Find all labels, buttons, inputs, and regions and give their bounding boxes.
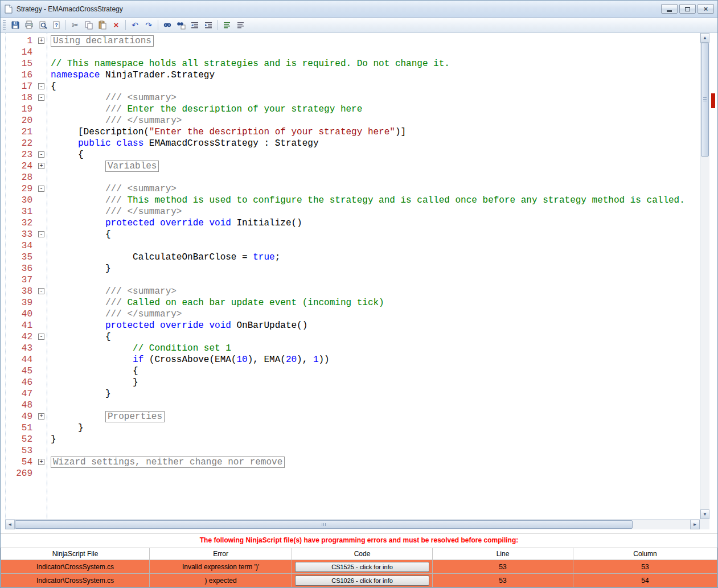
collapse-region-icon[interactable]: -	[38, 334, 44, 340]
code-line[interactable]: 19 /// Enter the description of your str…	[1, 104, 700, 115]
error-row[interactable]: Indicator\CrossSystem.csInvalid expressi…	[1, 560, 717, 574]
copy-icon[interactable]	[83, 19, 95, 31]
vertical-scrollbar[interactable]: ▲ ▼	[700, 33, 709, 519]
collapse-region-icon[interactable]: -	[38, 186, 44, 192]
expand-region-icon[interactable]: +	[38, 163, 44, 169]
undo-icon[interactable]: ↶	[129, 19, 141, 31]
fold-gutter[interactable]: -	[37, 92, 47, 104]
code-line[interactable]: 41 protected override void OnBarUpdate()	[1, 320, 700, 331]
horizontal-scrollbar-thumb[interactable]	[15, 520, 633, 529]
error-code-button[interactable]: CS1026 - click for info	[295, 575, 429, 586]
scroll-up-button[interactable]: ▲	[700, 33, 709, 43]
fold-gutter[interactable]: +	[37, 457, 47, 468]
code-line[interactable]: 14	[1, 47, 700, 58]
minimize-button[interactable]	[661, 4, 678, 14]
code-line[interactable]: 38- /// <summary>	[1, 286, 700, 297]
code-line[interactable]: 18- /// <summary>	[1, 92, 700, 104]
comment-icon[interactable]	[221, 19, 233, 31]
error-code-button[interactable]: CS1525 - click for info	[295, 562, 429, 572]
outdent-icon[interactable]	[188, 19, 201, 31]
code-line[interactable]: 43 // Condition set 1	[1, 343, 700, 354]
code-line[interactable]: 45 {	[1, 365, 700, 377]
uncomment-icon[interactable]	[235, 19, 247, 31]
code-line[interactable]: 15// This namespace holds all strategies…	[1, 58, 700, 69]
code-line[interactable]: 39 /// Called on each bar update event (…	[1, 297, 700, 309]
save-icon[interactable]	[9, 19, 22, 31]
code-line[interactable]: 51 }	[1, 422, 700, 434]
print-icon[interactable]	[23, 19, 35, 31]
scroll-left-button[interactable]: ◄	[5, 520, 15, 529]
code-line[interactable]: 34	[1, 240, 700, 252]
code-line[interactable]: 54+Wizard settings, neither change nor r…	[1, 457, 700, 468]
fold-gutter[interactable]: -	[37, 286, 47, 297]
vertical-scrollbar-thumb[interactable]	[701, 43, 709, 157]
code-line[interactable]: 23- {	[1, 149, 700, 161]
code-line[interactable]: 52}	[1, 434, 700, 445]
scroll-down-button[interactable]: ▼	[700, 509, 709, 519]
collapsed-region[interactable]: Wizard settings, neither change nor remo…	[51, 457, 285, 468]
maximize-button[interactable]	[679, 4, 696, 14]
collapsed-region[interactable]: Variables	[105, 161, 159, 172]
fold-gutter[interactable]: -	[37, 183, 47, 195]
scroll-right-button[interactable]: ►	[690, 520, 700, 529]
code-line[interactable]: 24+ Variables	[1, 161, 700, 172]
fold-gutter[interactable]: +	[37, 35, 47, 47]
error-row[interactable]: Indicator\CrossSystem.cs) expectedCS1026…	[1, 574, 717, 587]
code-line[interactable]: 33- {	[1, 229, 700, 240]
code-line[interactable]: 44 if (CrossAbove(EMA(10), EMA(20), 1))	[1, 354, 700, 365]
cut-icon[interactable]: ✂	[69, 19, 81, 31]
code-line[interactable]: 30 /// This method is used to configure …	[1, 195, 700, 206]
collapse-region-icon[interactable]: -	[38, 151, 44, 158]
close-button[interactable]: ×	[698, 4, 714, 14]
code-line[interactable]: 48	[1, 400, 700, 411]
code-line[interactable]: 40 /// </summary>	[1, 309, 700, 320]
fold-gutter[interactable]: -	[37, 229, 47, 240]
fold-gutter[interactable]: +	[37, 161, 47, 172]
code-line[interactable]: 36 }	[1, 263, 700, 274]
delete-icon[interactable]: ×	[110, 19, 122, 31]
redo-icon[interactable]: ↷	[142, 19, 155, 31]
window-icon	[4, 5, 13, 14]
fold-gutter[interactable]: +	[37, 411, 47, 422]
indent-icon[interactable]	[202, 19, 215, 31]
code-line[interactable]: 37	[1, 274, 700, 286]
fold-gutter[interactable]: -	[37, 331, 47, 343]
code-editor[interactable]: 1+Using declarations1415// This namespac…	[1, 33, 700, 519]
code-line[interactable]: 29- /// <summary>	[1, 183, 700, 195]
code-line[interactable]: 53	[1, 445, 700, 457]
code-line[interactable]: 21 [Description("Enter the description o…	[1, 126, 700, 138]
code-line[interactable]: 35 CalculateOnBarClose = true;	[1, 252, 700, 263]
code-line[interactable]: 32 protected override void Initialize()	[1, 217, 700, 229]
code-line[interactable]: 20 /// </summary>	[1, 115, 700, 126]
code-line[interactable]: 42- {	[1, 331, 700, 343]
code-line[interactable]: 17-{	[1, 81, 700, 92]
code-line[interactable]: 22 public class EMAmacdCrossStrategy : S…	[1, 138, 700, 149]
collapsed-region[interactable]: Using declarations	[51, 35, 154, 47]
page-setup-icon[interactable]: ?	[50, 19, 63, 31]
replace-icon[interactable]	[175, 19, 187, 31]
collapsed-region[interactable]: Properties	[105, 411, 165, 422]
expand-region-icon[interactable]: +	[38, 413, 44, 420]
fold-gutter[interactable]: -	[37, 81, 47, 92]
code-line[interactable]: 28	[1, 172, 700, 183]
collapse-region-icon[interactable]: -	[38, 83, 44, 89]
code-line[interactable]: 269	[1, 468, 700, 479]
code-line[interactable]: 16namespace NinjaTrader.Strategy	[1, 69, 700, 81]
collapse-region-icon[interactable]: -	[38, 288, 44, 294]
paste-icon[interactable]	[96, 19, 109, 31]
code-line[interactable]: 46 }	[1, 377, 700, 388]
find-icon[interactable]	[161, 19, 174, 31]
code-line[interactable]: 31 /// </summary>	[1, 206, 700, 217]
code-line[interactable]: 47 }	[1, 388, 700, 400]
fold-gutter[interactable]: -	[37, 149, 47, 161]
code-line[interactable]: 1+Using declarations	[1, 35, 700, 47]
vertical-scrollbar-track[interactable]	[700, 43, 709, 509]
horizontal-scrollbar[interactable]: ◄ ►	[5, 519, 700, 529]
collapse-region-icon[interactable]: -	[38, 231, 44, 237]
expand-region-icon[interactable]: +	[38, 459, 44, 465]
print-preview-icon[interactable]	[36, 19, 49, 31]
expand-region-icon[interactable]: +	[38, 38, 44, 44]
code-line[interactable]: 49+ Properties	[1, 411, 700, 422]
horizontal-scrollbar-track[interactable]	[15, 520, 690, 529]
collapse-region-icon[interactable]: -	[38, 94, 44, 101]
